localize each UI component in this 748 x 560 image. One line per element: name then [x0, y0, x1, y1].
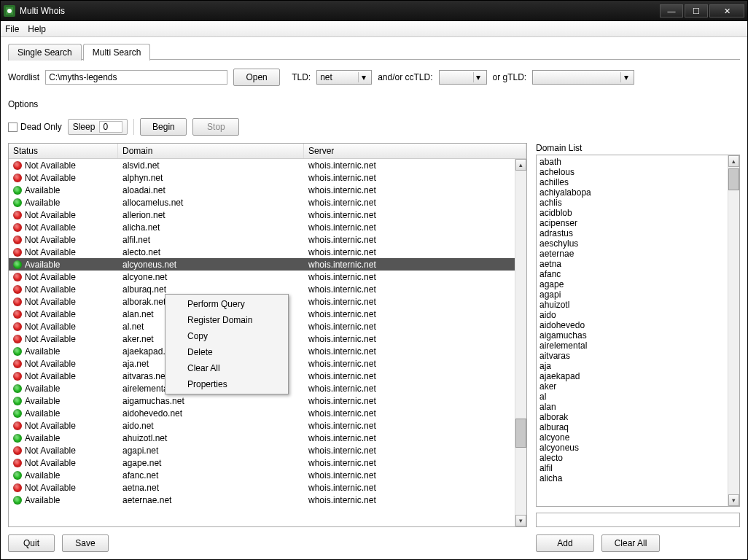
list-item[interactable]: aido: [539, 310, 725, 320]
list-item[interactable]: aeternae: [539, 249, 725, 259]
table-row[interactable]: Not Availablealsvid.netwhois.internic.ne…: [9, 159, 515, 171]
table-row[interactable]: Availablealcyoneus.netwhois.internic.net: [9, 258, 515, 271]
list-item[interactable]: afanc: [539, 269, 725, 279]
list-item[interactable]: airelemental: [539, 341, 725, 351]
tld-select[interactable]: net ▾: [316, 70, 372, 85]
maximize-button[interactable]: ☐: [685, 4, 708, 18]
results-scrollbar[interactable]: ▴ ▾: [515, 159, 526, 526]
list-item[interactable]: alfil: [539, 463, 725, 473]
table-row[interactable]: Not Availableallerion.netwhois.internic.…: [9, 209, 515, 221]
col-header-domain[interactable]: Domain: [118, 144, 304, 158]
menu-item[interactable]: Copy: [167, 328, 287, 344]
list-item[interactable]: achilles: [539, 177, 725, 187]
table-row[interactable]: Availableafanc.netwhois.internic.net: [9, 469, 515, 481]
list-item[interactable]: ajaekapad: [539, 371, 725, 381]
col-header-server[interactable]: Server: [304, 144, 526, 158]
scroll-up-icon[interactable]: ▴: [515, 159, 526, 171]
wordlist-input[interactable]: [45, 70, 227, 85]
add-button[interactable]: Add: [536, 534, 594, 552]
menu-item[interactable]: Delete: [167, 344, 287, 360]
cctld-select[interactable]: ▾: [439, 70, 487, 85]
save-button[interactable]: Save: [62, 534, 109, 552]
list-item[interactable]: agape: [539, 279, 725, 289]
sleep-input[interactable]: [99, 121, 122, 133]
table-row[interactable]: Availablealoadai.netwhois.internic.net: [9, 184, 515, 196]
titlebar[interactable]: Multi Whois — ☐ ✕: [1, 1, 747, 21]
svg-point-1: [7, 9, 12, 13]
table-row[interactable]: Not Availablealcyone.netwhois.internic.n…: [9, 271, 515, 283]
table-row[interactable]: Availableaidohevedo.netwhois.internic.ne…: [9, 407, 515, 419]
server-text: whois.internic.net: [304, 433, 515, 443]
list-item[interactable]: adrastus: [539, 228, 725, 238]
scroll-thumb[interactable]: [728, 168, 739, 190]
list-item[interactable]: alan: [539, 402, 725, 412]
stop-button[interactable]: Stop: [192, 118, 239, 136]
list-item[interactable]: aidohevedo: [539, 320, 725, 330]
domain-list-scrollbar[interactable]: ▴ ▾: [728, 155, 739, 506]
table-row[interactable]: Not Availablealfil.netwhois.internic.net: [9, 233, 515, 246]
list-item[interactable]: acipenser: [539, 218, 725, 228]
table-row[interactable]: Availableahuizotl.netwhois.internic.net: [9, 432, 515, 444]
list-item[interactable]: aigamuchas: [539, 330, 725, 341]
dead-only-checkbox[interactable]: Dead Only: [8, 122, 62, 132]
scroll-down-icon[interactable]: ▾: [728, 494, 739, 506]
tab-single-search[interactable]: Single Search: [8, 44, 82, 61]
status-dot-icon: [13, 409, 22, 418]
table-row[interactable]: Not Availablealecto.netwhois.internic.ne…: [9, 246, 515, 258]
list-item[interactable]: alcyone: [539, 432, 725, 443]
quit-button[interactable]: Quit: [8, 534, 55, 552]
list-item[interactable]: alecto: [539, 453, 725, 463]
server-text: whois.internic.net: [304, 247, 515, 257]
status-text: Not Available: [25, 334, 76, 344]
status-text: Available: [25, 384, 60, 394]
table-row[interactable]: Not Availablealphyn.netwhois.internic.ne…: [9, 171, 515, 184]
menu-item[interactable]: Clear All: [167, 360, 287, 376]
open-button[interactable]: Open: [233, 69, 280, 86]
table-row[interactable]: Availableallocamelus.netwhois.internic.n…: [9, 196, 515, 209]
close-button[interactable]: ✕: [709, 4, 744, 18]
table-row[interactable]: Availableaeternae.netwhois.internic.net: [9, 494, 515, 506]
domain-input[interactable]: [536, 513, 740, 527]
scroll-thumb[interactable]: [515, 419, 526, 448]
clear-all-button[interactable]: Clear All: [601, 534, 660, 552]
tab-multi-search[interactable]: Multi Search: [83, 44, 151, 61]
minimize-button[interactable]: —: [660, 4, 683, 18]
list-item[interactable]: achlis: [539, 198, 725, 208]
table-row[interactable]: Not Availableaido.netwhois.internic.net: [9, 419, 515, 432]
list-item[interactable]: alburaq: [539, 422, 725, 432]
server-text: whois.internic.net: [304, 483, 515, 493]
scroll-down-icon[interactable]: ▾: [515, 515, 526, 526]
list-item[interactable]: aeschylus: [539, 238, 725, 249]
menu-item[interactable]: Register Domain: [167, 312, 287, 328]
list-item[interactable]: aetna: [539, 259, 725, 269]
list-item[interactable]: aja: [539, 361, 725, 371]
list-item[interactable]: ahuizotl: [539, 300, 725, 310]
gtld-select[interactable]: ▾: [532, 70, 634, 85]
list-item[interactable]: aitvaras: [539, 351, 725, 361]
col-header-status[interactable]: Status: [9, 144, 118, 158]
table-row[interactable]: Not Availableagapi.netwhois.internic.net: [9, 444, 515, 456]
table-row[interactable]: Not Availableagape.netwhois.internic.net: [9, 456, 515, 469]
menu-bar: File Help: [1, 21, 747, 37]
menu-file[interactable]: File: [5, 24, 19, 34]
server-text: whois.internic.net: [304, 210, 515, 220]
table-row[interactable]: Not Availablealicha.netwhois.internic.ne…: [9, 221, 515, 233]
list-item[interactable]: achelous: [539, 167, 725, 177]
scroll-up-icon[interactable]: ▴: [728, 155, 739, 167]
list-item[interactable]: alborak: [539, 412, 725, 422]
menu-item[interactable]: Perform Query: [167, 296, 287, 312]
domain-text: ahuizotl.net: [118, 433, 304, 443]
table-row[interactable]: Availableaigamuchas.netwhois.internic.ne…: [9, 394, 515, 407]
menu-item[interactable]: Properties: [167, 376, 287, 392]
menu-help[interactable]: Help: [28, 24, 46, 34]
list-item[interactable]: abath: [539, 157, 725, 167]
list-item[interactable]: alcyoneus: [539, 443, 725, 453]
list-item[interactable]: aker: [539, 381, 725, 392]
list-item[interactable]: agapi: [539, 289, 725, 300]
list-item[interactable]: al: [539, 392, 725, 402]
table-row[interactable]: Not Availableaetna.netwhois.internic.net: [9, 481, 515, 494]
list-item[interactable]: acidblob: [539, 208, 725, 218]
list-item[interactable]: achiyalabopa: [539, 187, 725, 198]
list-item[interactable]: alicha: [539, 473, 725, 483]
begin-button[interactable]: Begin: [140, 118, 187, 136]
